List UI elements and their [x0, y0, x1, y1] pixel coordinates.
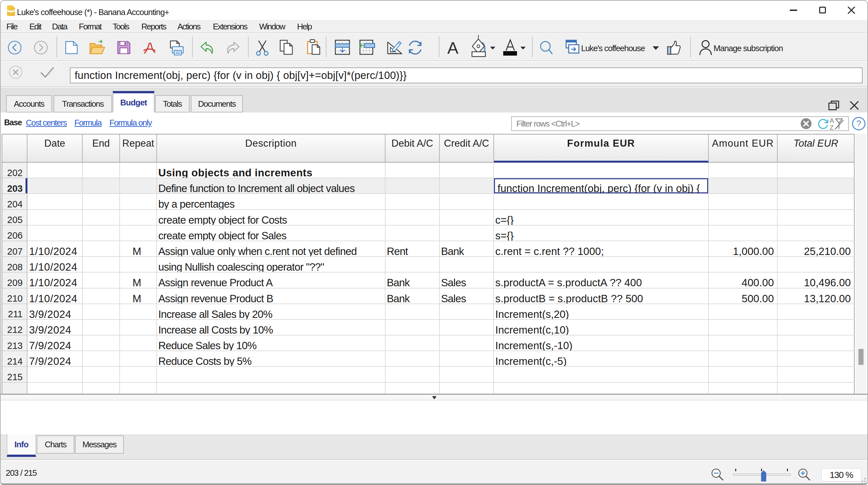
svg-text:Z: Z: [830, 124, 834, 131]
svg-text:A: A: [447, 39, 459, 57]
svg-text:?: ?: [856, 119, 861, 129]
svg-text:A: A: [830, 117, 834, 124]
